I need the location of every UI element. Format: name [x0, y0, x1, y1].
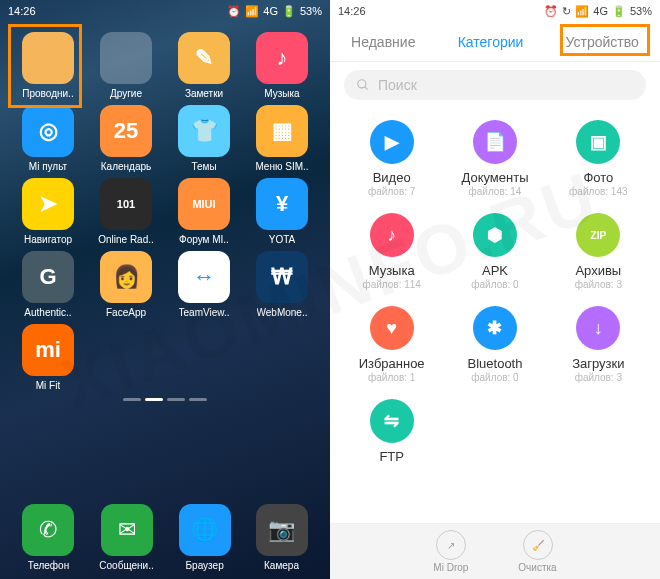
category-bluetooth[interactable]: ✱Bluetoothфайлов: 0	[443, 306, 546, 383]
tab-device[interactable]: Устройство	[562, 28, 643, 56]
category-downloads[interactable]: ↓Загрузкифайлов: 3	[547, 306, 650, 383]
app-label: Mi Fit	[36, 380, 60, 391]
dock-label: Камера	[264, 560, 299, 571]
app-label: Заметки	[185, 88, 223, 99]
tab-bar: Недавние Категории Устройство	[330, 22, 660, 62]
app-label: YOTA	[269, 234, 295, 245]
category-archives[interactable]: ZIPАрхивыфайлов: 3	[547, 213, 650, 290]
app-calendar[interactable]: 25Календарь	[88, 101, 164, 172]
file-count: файлов: 3	[575, 279, 622, 290]
category-documents[interactable]: 📄Документыфайлов: 14	[443, 120, 546, 197]
app-label: Другие	[110, 88, 142, 99]
archives-icon: ZIP	[576, 213, 620, 257]
app-online-radio[interactable]: 101Online Rad..	[88, 174, 164, 245]
app-music[interactable]: ♪Музыка	[244, 28, 320, 99]
dock-label: Сообщени..	[99, 560, 153, 571]
search-input[interactable]: Поиск	[344, 70, 646, 100]
category-label: Музыка	[369, 263, 415, 278]
dock-label: Телефон	[28, 560, 69, 571]
signal-icon: 📶	[245, 5, 259, 18]
app-notes[interactable]: ✎Заметки	[166, 28, 242, 99]
svg-point-0	[358, 80, 366, 88]
search-placeholder: Поиск	[378, 77, 417, 93]
app-mi-remote[interactable]: ◎Mi пульт	[10, 101, 86, 172]
app-label: Форум MI..	[179, 234, 229, 245]
network-label: 4G	[263, 5, 278, 17]
app-label: FaceApp	[106, 307, 146, 318]
status-bar-right: 14:26 ⏰ ↻ 📶 4G 🔋 53%	[330, 0, 660, 22]
midrop-label: Mi Drop	[433, 562, 468, 573]
music-icon: ♪	[370, 213, 414, 257]
file-count: файлов: 1	[368, 372, 415, 383]
dock-messages[interactable]: ✉Сообщени..	[99, 500, 153, 571]
search-icon	[356, 78, 370, 92]
alarm-icon: ⏰	[544, 5, 558, 18]
home-grid: Проводни..Другие✎Заметки♪Музыка◎Mi пульт…	[0, 22, 330, 391]
app-faceapp[interactable]: 👩FaceApp	[88, 247, 164, 318]
broom-icon: 🧹	[532, 540, 544, 551]
category-favorites[interactable]: ♥Избранноефайлов: 1	[340, 306, 443, 383]
category-ftp[interactable]: ⇋FTP	[340, 399, 443, 464]
app-sim-menu[interactable]: ▦Меню SIM..	[244, 101, 320, 172]
category-apk[interactable]: ⬢APKфайлов: 0	[443, 213, 546, 290]
file-manager-screen: 14:26 ⏰ ↻ 📶 4G 🔋 53% Недавние Категории …	[330, 0, 660, 579]
app-label: Authentic..	[24, 307, 71, 318]
category-label: FTP	[379, 449, 404, 464]
app-label: Музыка	[264, 88, 299, 99]
battery-label: 53%	[300, 5, 322, 17]
category-label: Видео	[373, 170, 411, 185]
app-label: WebMone..	[257, 307, 308, 318]
midrop-button[interactable]: ↗ Mi Drop	[433, 530, 468, 573]
app-mi-fit[interactable]: miMi Fit	[10, 320, 86, 391]
app-file-explorer[interactable]: Проводни..	[10, 28, 86, 99]
app-authenticator[interactable]: GAuthentic..	[10, 247, 86, 318]
bluetooth-icon: ✱	[473, 306, 517, 350]
home-screen: 14:26 ⏰ 📶 4G 🔋 53% Проводни..Другие✎Заме…	[0, 0, 330, 579]
app-navigator[interactable]: ➤Навигатор	[10, 174, 86, 245]
app-label: Навигатор	[24, 234, 72, 245]
bottom-bar: ↗ Mi Drop 🧹 Очистка	[330, 523, 660, 579]
file-count: файлов: 7	[368, 186, 415, 197]
category-video[interactable]: ▶Видеофайлов: 7	[340, 120, 443, 197]
category-music[interactable]: ♪Музыкафайлов: 114	[340, 213, 443, 290]
category-label: Фото	[583, 170, 613, 185]
status-time: 14:26	[338, 5, 366, 17]
app-label: Меню SIM..	[255, 161, 308, 172]
dock-label: Браузер	[186, 560, 224, 571]
favorites-icon: ♥	[370, 306, 414, 350]
dock-phone[interactable]: ✆Телефон	[22, 500, 74, 571]
dock-browser[interactable]: 🌐Браузер	[179, 500, 231, 571]
dock: ✆Телефон✉Сообщени..🌐Браузер📷Камера	[0, 494, 330, 579]
category-photo[interactable]: ▣Фотофайлов: 143	[547, 120, 650, 197]
cleanup-button[interactable]: 🧹 Очистка	[518, 530, 556, 573]
status-bar-left: 14:26 ⏰ 📶 4G 🔋 53%	[0, 0, 330, 22]
app-webmoney[interactable]: ₩WebMone..	[244, 247, 320, 318]
page-indicator	[0, 393, 330, 405]
app-yota[interactable]: ¥YOTA	[244, 174, 320, 245]
battery-label: 53%	[630, 5, 652, 17]
tab-categories[interactable]: Категории	[454, 28, 528, 56]
photo-icon: ▣	[576, 120, 620, 164]
app-teamviewer[interactable]: ↔TeamView..	[166, 247, 242, 318]
app-other-folder[interactable]: Другие	[88, 28, 164, 99]
network-label: 4G	[593, 5, 608, 17]
app-label: TeamView..	[179, 307, 230, 318]
sync-icon: ↻	[562, 5, 571, 18]
category-label: Избранное	[359, 356, 425, 371]
file-count: файлов: 143	[569, 186, 627, 197]
app-label: Календарь	[101, 161, 151, 172]
app-miui-forum[interactable]: MIUIФорум MI..	[166, 174, 242, 245]
category-label: Документы	[461, 170, 528, 185]
app-themes[interactable]: 👕Темы	[166, 101, 242, 172]
file-count: файлов: 0	[471, 372, 518, 383]
downloads-icon: ↓	[576, 306, 620, 350]
dock-camera[interactable]: 📷Камера	[256, 500, 308, 571]
app-label: Темы	[191, 161, 216, 172]
documents-icon: 📄	[473, 120, 517, 164]
category-label: APK	[482, 263, 508, 278]
category-label: Загрузки	[572, 356, 624, 371]
battery-icon: 🔋	[612, 5, 626, 18]
tab-recent[interactable]: Недавние	[347, 28, 419, 56]
video-icon: ▶	[370, 120, 414, 164]
category-grid: ▶Видеофайлов: 7📄Документыфайлов: 14▣Фото…	[330, 104, 660, 523]
